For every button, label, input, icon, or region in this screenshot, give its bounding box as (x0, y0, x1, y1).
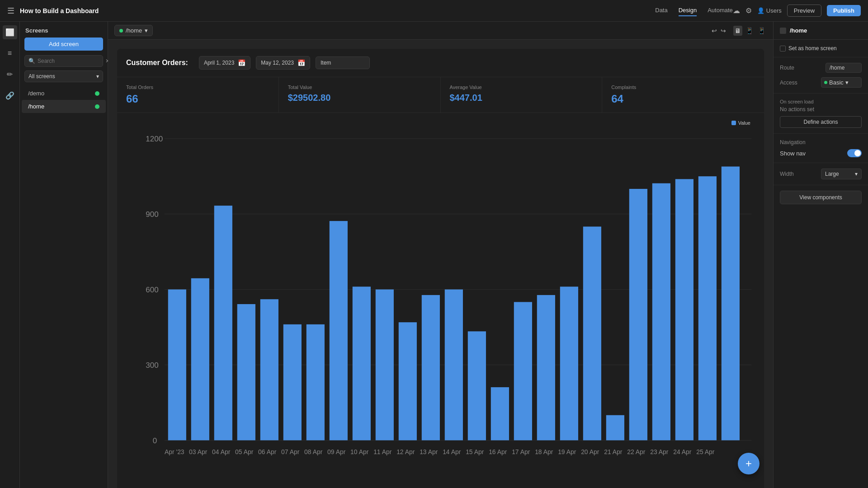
svg-text:22 Apr: 22 Apr (627, 448, 646, 455)
main-layout: ⬜ ≡ ✏ 🔗 Screens Add screen 🔍 ✕ All scree… (0, 22, 868, 488)
svg-text:18 Apr: 18 Apr (535, 448, 553, 455)
tablet-view-icon[interactable]: 📱 (744, 26, 755, 36)
svg-rect-27 (560, 286, 578, 440)
preview-button[interactable]: Preview (787, 5, 821, 17)
access-select[interactable]: Basic ▾ (821, 77, 862, 88)
layers-icon[interactable]: ≡ (5, 47, 14, 60)
svg-rect-11 (191, 278, 209, 441)
stat-card-total-orders: Total Orders 66 (117, 77, 279, 113)
svg-text:07 Apr: 07 Apr (281, 448, 300, 455)
chart-container: Value 1200 900 600 300 0 (117, 113, 764, 488)
svg-rect-30 (629, 189, 647, 440)
width-select[interactable]: Large ▾ (821, 169, 862, 179)
navigation-label: Navigation (780, 139, 862, 145)
date-to-value: May 12, 2023 (261, 60, 294, 66)
screens-filter-dropdown[interactable]: All screens ▾ (24, 70, 103, 82)
cloud-icon[interactable]: ☁ (733, 6, 740, 15)
nav-data[interactable]: Data (655, 5, 667, 16)
date-from-value: April 1, 2023 (204, 60, 234, 66)
date-from-picker[interactable]: April 1, 2023 📅 (199, 56, 250, 70)
stat-value-2: $447.01 (450, 93, 593, 103)
right-panel-header: /home (774, 22, 868, 40)
svg-text:16 Apr: 16 Apr (489, 448, 507, 455)
add-screen-button[interactable]: Add screen (24, 38, 103, 51)
svg-text:10 Apr: 10 Apr (350, 448, 369, 455)
desktop-view-icon[interactable]: 🖥 (733, 26, 742, 36)
on-screen-load-label: On screen load (780, 99, 862, 104)
calendar-icon-from: 📅 (238, 59, 245, 66)
navigation-section: Navigation Show nav (774, 134, 868, 163)
no-actions-text: No actions set (780, 106, 862, 113)
svg-rect-22 (445, 290, 463, 441)
legend-label: Value (738, 120, 750, 126)
topbar: ☰ How to Build a Dashboard Data Design A… (0, 0, 868, 22)
redo-icon[interactable]: ↪ (721, 27, 726, 34)
screen-name-demo: /demo (28, 90, 44, 97)
screens-icon[interactable]: ⬜ (3, 25, 17, 39)
svg-text:08 Apr: 08 Apr (304, 448, 323, 455)
chart-legend: Value (126, 117, 755, 127)
svg-text:0: 0 (153, 436, 157, 445)
view-components-button[interactable]: View components (780, 191, 862, 204)
link-icon[interactable]: 🔗 (3, 89, 17, 103)
show-nav-label: Show nav (780, 150, 806, 157)
svg-rect-10 (168, 290, 186, 441)
canvas-content[interactable]: Customer Orders: April 1, 2023 📅 May 12,… (108, 40, 773, 488)
svg-text:24 Apr: 24 Apr (673, 448, 692, 455)
undo-icon[interactable]: ↩ (712, 27, 717, 34)
edit-icon[interactable]: ✏ (4, 67, 15, 81)
screen-item-demo[interactable]: /demo (22, 87, 106, 100)
width-label: Width (780, 171, 794, 177)
users-button[interactable]: 👤 Users (757, 7, 782, 14)
svg-rect-20 (399, 322, 417, 440)
filter-label: All screens (28, 73, 55, 80)
stat-label-1: Total Value (288, 84, 431, 90)
screen-path-selector[interactable]: /home ▾ (114, 25, 153, 36)
app-title: How to Build a Dashboard (20, 7, 655, 14)
settings-icon[interactable]: ⚙ (745, 6, 752, 15)
width-section: Width Large ▾ (774, 163, 868, 185)
width-row: Width Large ▾ (780, 169, 862, 179)
right-panel-title: /home (790, 27, 807, 34)
legend-color-dot (731, 121, 736, 125)
set-home-label: Set as home screen (788, 45, 837, 52)
legend-value: Value (731, 120, 750, 126)
bar-chart: 1200 900 600 300 0 (126, 127, 755, 488)
set-home-checkbox[interactable] (780, 46, 786, 52)
svg-text:03 Apr: 03 Apr (189, 448, 208, 455)
add-fab-button[interactable]: + (738, 453, 760, 474)
publish-button[interactable]: Publish (827, 5, 861, 16)
svg-text:14 Apr: 14 Apr (443, 448, 461, 455)
dashboard-header: Customer Orders: April 1, 2023 📅 May 12,… (117, 49, 764, 77)
top-nav: Data Design Automate (655, 5, 733, 16)
svg-text:09 Apr: 09 Apr (327, 448, 346, 455)
svg-text:13 Apr: 13 Apr (420, 448, 438, 455)
svg-rect-16 (307, 324, 325, 441)
nav-automate[interactable]: Automate (708, 5, 733, 16)
access-status-dot (824, 81, 827, 84)
svg-text:20 Apr: 20 Apr (581, 448, 599, 455)
sidebar-header: Screens (20, 22, 108, 38)
set-home-row[interactable]: Set as home screen (780, 45, 862, 52)
define-actions-button[interactable]: Define actions (780, 116, 862, 128)
date-to-picker[interactable]: May 12, 2023 📅 (256, 56, 310, 70)
screen-item-home[interactable]: /home (22, 100, 106, 113)
svg-text:21 Apr: 21 Apr (604, 448, 623, 455)
svg-text:11 Apr: 11 Apr (373, 448, 392, 455)
svg-rect-24 (491, 387, 509, 440)
menu-icon[interactable]: ☰ (7, 6, 14, 16)
path-chevron-icon: ▾ (145, 27, 148, 34)
show-nav-toggle[interactable] (847, 149, 862, 157)
nav-design[interactable]: Design (679, 5, 697, 16)
svg-text:300: 300 (146, 361, 158, 370)
item-picker[interactable]: Item (316, 56, 370, 69)
mobile-view-icon[interactable]: 📱 (756, 26, 767, 36)
svg-text:25 Apr: 25 Apr (696, 448, 715, 455)
route-value[interactable]: /home (826, 63, 862, 73)
stat-label-2: Average Value (450, 84, 593, 90)
svg-text:19 Apr: 19 Apr (558, 448, 576, 455)
view-mode-icons: 🖥 📱 📱 (733, 26, 767, 36)
width-value: Large (825, 171, 839, 177)
screen-icon (780, 28, 786, 34)
search-input[interactable] (38, 58, 105, 64)
